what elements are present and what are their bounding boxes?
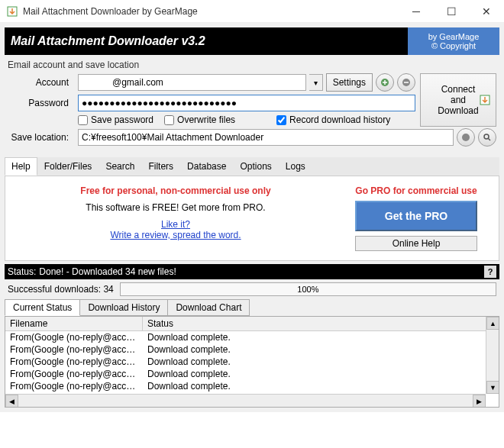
horizontal-scrollbar[interactable]: ◀ ▶ [5, 394, 486, 407]
scroll-down-icon[interactable]: ▼ [486, 381, 499, 394]
help-panel: Free for personal, non-commercial use on… [5, 176, 499, 261]
titlebar: Mail Attachment Downloader by GearMage ─… [0, 0, 504, 23]
table-row[interactable]: From(Google (no-reply@acco...Download co… [5, 331, 499, 343]
remove-account-button[interactable] [397, 73, 415, 92]
status-label: Status: [8, 266, 36, 277]
main-tabs: Help Folder/Files Search Filters Databas… [5, 157, 499, 176]
get-pro-button[interactable]: Get the PRO [355, 201, 477, 231]
free-use-text: Free for personal, non-commercial use on… [11, 185, 340, 196]
subtab-download-chart[interactable]: Download Chart [167, 299, 250, 316]
go-pro-text: Go PRO for commercial use [340, 185, 493, 196]
tab-logs[interactable]: Logs [279, 157, 312, 176]
save-location-input[interactable] [78, 129, 454, 146]
account-dropdown-icon[interactable]: ▾ [309, 74, 323, 91]
status-help-button[interactable]: ? [484, 266, 496, 278]
svg-point-5 [484, 134, 489, 139]
status-text: Done! - Downloaded 34 new files! [39, 266, 484, 277]
browse-folder-button[interactable] [457, 128, 475, 147]
col-status[interactable]: Status [143, 317, 499, 330]
like-it-link[interactable]: Like it? [161, 219, 190, 230]
tab-help[interactable]: Help [5, 157, 37, 176]
download-icon [479, 94, 491, 106]
table-row[interactable]: From(Google (no-reply@acco...Download co… [5, 368, 499, 380]
password-label: Password [8, 98, 75, 108]
settings-button[interactable]: Settings [326, 73, 373, 92]
table-row[interactable]: From(Google (no-reply@acco...Download co… [5, 356, 499, 368]
status-tabs: Current Status Download History Download… [5, 299, 499, 316]
software-free-text: This software is FREE! Get more from PRO… [11, 202, 340, 213]
tab-search[interactable]: Search [99, 157, 141, 176]
downloads-count-label: Successful downloads: 34 [8, 284, 114, 295]
col-filename[interactable]: Filename [5, 317, 143, 330]
scroll-left-icon[interactable]: ◀ [5, 395, 18, 408]
app-icon [6, 5, 18, 18]
maximize-button[interactable]: ☐ [434, 0, 469, 23]
overwrite-files-checkbox[interactable]: Overwrite files [164, 114, 235, 125]
save-location-label: Save location: [8, 132, 75, 143]
subtab-download-history[interactable]: Download History [79, 299, 168, 316]
tab-database[interactable]: Database [180, 157, 233, 176]
banner-credits[interactable]: by GearMage © Copyright [408, 27, 499, 55]
online-help-button[interactable]: Online Help [355, 236, 477, 251]
close-button[interactable]: ✕ [469, 0, 504, 23]
connect-download-button[interactable]: Connect and Download [420, 73, 496, 127]
scroll-right-icon[interactable]: ▶ [473, 395, 486, 408]
open-folder-button[interactable] [478, 128, 496, 147]
minimize-button[interactable]: ─ [399, 0, 434, 23]
subtab-current-status[interactable]: Current Status [5, 299, 80, 316]
password-input[interactable] [78, 95, 415, 111]
window-title: Mail Attachment Downloader by GearMage [23, 6, 399, 17]
save-password-checkbox[interactable]: Save password [78, 114, 153, 125]
tab-folder-files[interactable]: Folder/Files [37, 157, 99, 176]
vertical-scrollbar[interactable]: ▲ ▼ [486, 317, 499, 394]
record-history-checkbox[interactable]: Record download history [276, 114, 390, 125]
status-bar: Status: Done! - Downloaded 34 new files!… [5, 264, 499, 279]
section-label: Email account and save location [8, 60, 496, 70]
scroll-up-icon[interactable]: ▲ [486, 317, 499, 330]
table-row[interactable]: From(Google (no-reply@acco...Download co… [5, 343, 499, 356]
review-link[interactable]: Write a review, spread the word. [110, 230, 241, 240]
svg-point-4 [462, 134, 470, 141]
banner-title: Mail Attachment Downloader v3.2 [5, 27, 408, 55]
table-row[interactable]: From(Google (no-reply@acco...Download co… [5, 380, 499, 392]
add-account-button[interactable] [376, 73, 394, 92]
tab-options[interactable]: Options [233, 157, 278, 176]
tab-filters[interactable]: Filters [141, 157, 180, 176]
progress-bar: 100% [120, 282, 496, 296]
account-label: Account [8, 77, 75, 88]
downloads-table: Filename Status From(Google (no-reply@ac… [5, 316, 499, 408]
app-banner: Mail Attachment Downloader v3.2 by GearM… [5, 27, 499, 55]
account-input[interactable] [78, 74, 306, 91]
